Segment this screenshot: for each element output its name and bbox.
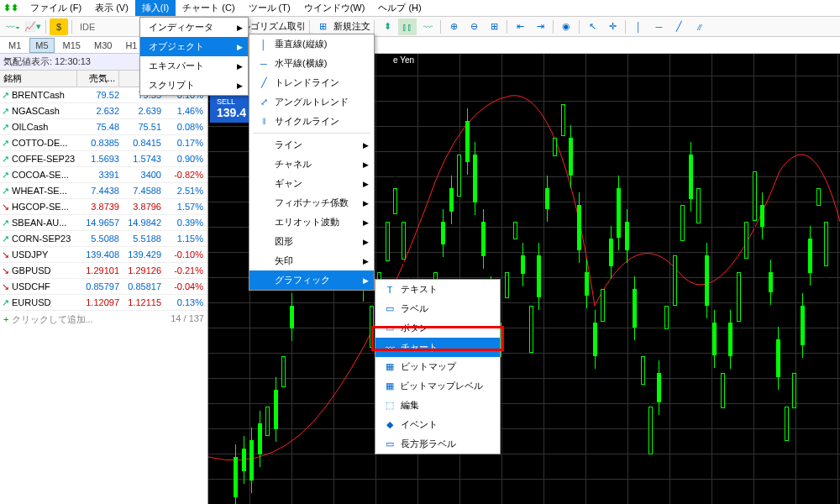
graphic-item[interactable]: ▭ラベル [375, 299, 500, 318]
tb-vline-icon[interactable]: │ [629, 18, 648, 35]
toolbar: 〰▾ 📈▾ $ IDE ▶ アルゴリズム取引 ⊞ 新規注文 ⬍ ⫿⫿ 〰 ⊕ ⊖… [0, 17, 840, 37]
direction-icon: ↘ [0, 249, 10, 260]
object-item[interactable]: ⤢アングルトレンド [249, 92, 374, 112]
ask-price: 3400 [119, 170, 161, 180]
tb-shift-icon[interactable]: ⇤ [511, 18, 529, 35]
tb-neworder-label[interactable]: 新規注文 [333, 20, 370, 33]
quote-row[interactable]: ↗ NGASCash 2.632 2.639 1.46% [0, 103, 207, 119]
tf-m30[interactable]: M30 [89, 39, 117, 52]
menu-indicator[interactable]: インディケータ▶ [140, 18, 248, 37]
quote-row[interactable]: ↗ OILCash 75.48 75.51 0.08% [0, 119, 207, 135]
object-item[interactable]: 図形▶ [249, 232, 374, 251]
tb-crosshair-icon[interactable]: ✛ [603, 18, 622, 35]
graphic-item[interactable]: Tテキスト [375, 280, 500, 299]
quote-row[interactable]: ↗ COFFE-SEP23 1.5693 1.5743 0.90% [0, 151, 207, 167]
tf-m15[interactable]: M15 [58, 39, 86, 52]
change-pct: 0.08% [161, 122, 203, 132]
quote-row[interactable]: ↗ EURUSD 1.12097 1.12115 0.13% [0, 295, 207, 311]
change-pct: 0.90% [161, 154, 203, 164]
object-icon: ⦀ [258, 116, 270, 127]
object-label: トレンドライン [275, 76, 339, 89]
quote-row[interactable]: ↗ COCOA-SE... 3391 3400 -0.82% [0, 167, 207, 183]
graphic-item[interactable]: ▭ボタン [375, 318, 500, 338]
graphic-icon: ▦ [384, 361, 396, 372]
quote-row[interactable]: ↘ HGCOP-SE... 3.8739 3.8796 1.57% [0, 199, 207, 215]
tb-trend-icon[interactable]: ╱ [669, 18, 688, 35]
tb-equi-icon[interactable]: ⫽ [690, 18, 708, 35]
object-item[interactable]: ╱トレンドライン [249, 73, 374, 92]
graphic-item[interactable]: 〰チャート [375, 338, 500, 357]
object-item[interactable]: ⦀サイクルライン [249, 112, 374, 131]
tb-hline-icon[interactable]: ─ [649, 18, 668, 35]
symbol-name: HGCOP-SE... [10, 202, 77, 212]
col-name[interactable]: 銘柄 [0, 71, 77, 87]
tb-bar-icon[interactable]: ⬍ [378, 18, 396, 35]
change-pct: 0.17% [161, 138, 203, 148]
object-item[interactable]: ─水平線(横線) [249, 54, 374, 73]
tb-cursor-icon[interactable]: ↖ [583, 18, 601, 35]
menu-help[interactable]: ヘルプ (H) [371, 0, 428, 16]
tb-camera-icon[interactable]: ◉ [557, 18, 575, 35]
graphic-item[interactable]: ▭長方形ラベル [375, 434, 500, 454]
object-item[interactable]: エリオット波動▶ [249, 213, 374, 232]
ask-price: 139.429 [119, 249, 161, 260]
tb-candle-icon[interactable]: ⫿⫿ [398, 18, 417, 35]
object-icon: ╱ [258, 77, 270, 88]
bid-price: 139.408 [77, 249, 119, 260]
object-item[interactable]: ライン▶ [249, 135, 374, 155]
tb-zoomout-icon[interactable]: ⊖ [465, 18, 483, 35]
object-item[interactable]: │垂直線(縦線) [249, 34, 374, 54]
quote-row[interactable]: ↘ USDJPY 139.408 139.429 -0.10% [0, 247, 207, 263]
change-pct: 1.57% [161, 202, 203, 212]
object-item[interactable]: 矢印▶ [249, 251, 374, 270]
quote-row[interactable]: ↗ COTTO-DE... 0.8385 0.8415 0.17% [0, 135, 207, 151]
quote-row[interactable]: ↗ SBEAN-AU... 14.9657 14.9842 0.39% [0, 215, 207, 231]
menu-file[interactable]: ファイル (F) [24, 0, 88, 16]
menu-object[interactable]: オブジェクト▶ [140, 37, 248, 56]
tb-line-icon[interactable]: 〰 [418, 18, 437, 35]
menu-expert[interactable]: エキスパート▶ [140, 56, 248, 76]
quote-row[interactable]: ↘ GBPUSD 1.29101 1.29126 -0.21% [0, 263, 207, 279]
object-item[interactable]: チャネル▶ [249, 155, 374, 174]
bid-price: 1.12097 [77, 297, 119, 307]
object-item[interactable]: グラフィック▶ [249, 270, 374, 290]
bid-price: 79.52 [77, 90, 119, 100]
object-item[interactable]: ギャン▶ [249, 174, 374, 193]
menu-view[interactable]: 表示 (V) [88, 0, 135, 16]
menu-window[interactable]: ウインドウ(W) [297, 0, 372, 16]
symbol-count: 14 / 137 [171, 313, 204, 326]
graphic-item[interactable]: ⬚編集 [375, 396, 500, 415]
symbol-name: BRENTCash [10, 90, 77, 100]
bid-price: 14.9657 [77, 218, 119, 228]
tf-m5[interactable]: M5 [29, 38, 54, 53]
quote-row[interactable]: ↗ CORN-SEP23 5.5088 5.5188 1.15% [0, 231, 207, 247]
graphic-item[interactable]: ◆イベント [375, 415, 500, 434]
tf-m1[interactable]: M1 [3, 39, 26, 52]
graphic-item[interactable]: ▦ビットマップ [375, 357, 500, 376]
bid-price: 3.8739 [77, 202, 119, 212]
tb-dropdown-icon[interactable]: 〰▾ [3, 18, 22, 35]
tb-ide[interactable]: IDE [76, 18, 99, 35]
tb-neworder-icon[interactable]: ⊞ [313, 18, 332, 35]
tb-grid-icon[interactable]: ⊞ [485, 18, 503, 35]
add-symbol-row[interactable]: + クリックして追加... 14 / 137 [0, 311, 207, 328]
menu-chart[interactable]: チャート (C) [176, 0, 241, 16]
menu-insert[interactable]: 挿入(I) [135, 0, 176, 16]
graphic-label: イベント [401, 418, 438, 431]
tb-dollar-icon[interactable]: $ [50, 18, 68, 35]
menu-script[interactable]: スクリプト▶ [140, 76, 248, 95]
object-item[interactable]: フィボナッチ係数▶ [249, 193, 374, 213]
graphic-item[interactable]: ▦ビットマップレベル [375, 376, 500, 396]
quote-row[interactable]: ↗ WHEAT-SE... 7.4438 7.4588 2.51% [0, 183, 207, 199]
direction-icon: ↗ [0, 218, 10, 228]
quote-row[interactable]: ↘ USDCHF 0.85797 0.85817 -0.04% [0, 279, 207, 295]
object-label: 水平線(横線) [275, 57, 327, 70]
change-pct: -0.04% [161, 281, 203, 291]
tb-zoomin-icon[interactable]: ⊕ [444, 18, 463, 35]
col-bid[interactable]: 売気... [77, 71, 119, 87]
tb-chart-icon[interactable]: 📈▾ [24, 18, 42, 35]
menu-tools[interactable]: ツール (T) [242, 0, 297, 16]
object-label: ライン [275, 139, 302, 151]
graphic-label: 長方形ラベル [401, 438, 456, 450]
tb-autoscroll-icon[interactable]: ⇥ [531, 18, 549, 35]
